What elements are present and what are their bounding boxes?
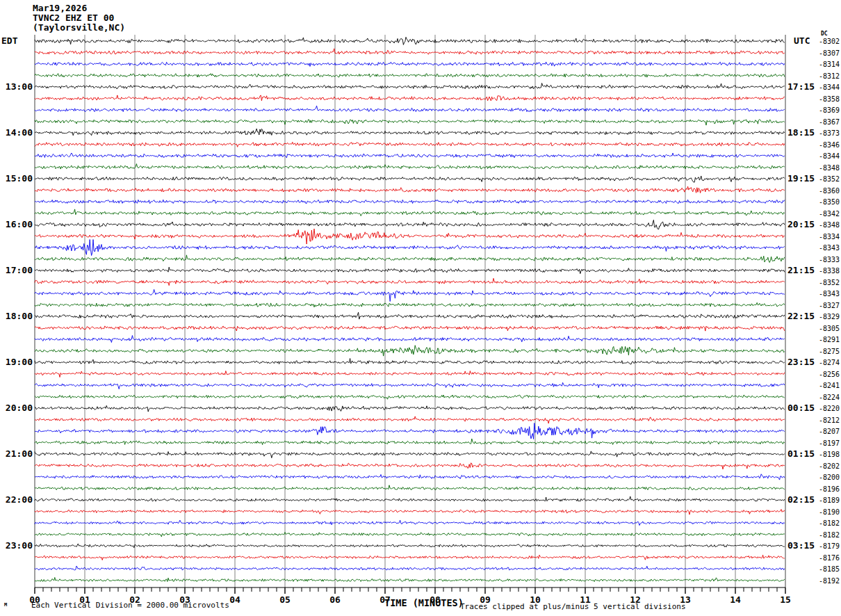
trace-row-30 bbox=[35, 371, 785, 378]
dc-value-row-28: -8275 bbox=[817, 348, 840, 355]
dc-value-row-13: -8352 bbox=[817, 175, 840, 183]
trace-row-17 bbox=[35, 220, 785, 229]
dc-value-row-33: -8220 bbox=[817, 405, 840, 412]
trace-row-22 bbox=[35, 278, 785, 285]
trace-row-40 bbox=[35, 485, 785, 490]
trace-row-19 bbox=[35, 240, 785, 256]
dc-value-row-22: -8352 bbox=[817, 279, 840, 286]
dc-value-row-45: -8179 bbox=[817, 542, 840, 550]
edt-label-15:00: 15:00 bbox=[0, 174, 33, 183]
dc-value-row-21: -8338 bbox=[817, 267, 840, 275]
trace-row-9 bbox=[35, 129, 785, 136]
dc-value-row-17: -8348 bbox=[817, 221, 840, 229]
dc-value-row-26: -8305 bbox=[817, 325, 840, 332]
dc-value-row-18: -8334 bbox=[817, 233, 840, 241]
dc-value-row-37: -8198 bbox=[817, 451, 840, 458]
edt-label-22:00: 22:00 bbox=[0, 495, 33, 504]
trace-rows bbox=[35, 37, 785, 581]
dc-value-row-47: -8185 bbox=[817, 565, 840, 573]
trace-row-37 bbox=[35, 451, 785, 458]
trace-row-18 bbox=[35, 229, 785, 244]
utc-label-02:15: 02:15 bbox=[787, 495, 815, 504]
trace-row-16 bbox=[35, 209, 785, 216]
trace-row-33 bbox=[35, 405, 785, 412]
dc-value-row-7: -8369 bbox=[817, 106, 840, 114]
dc-value-row-25: -8329 bbox=[817, 313, 840, 321]
trace-row-25 bbox=[35, 312, 785, 319]
utc-label-17:15: 17:15 bbox=[787, 82, 815, 91]
dc-value-row-1: -8302 bbox=[817, 38, 840, 45]
utc-label-18:15: 18:15 bbox=[787, 128, 815, 137]
dc-value-row-8: -8367 bbox=[817, 118, 840, 126]
trace-row-38 bbox=[35, 463, 785, 469]
trace-row-14 bbox=[35, 186, 785, 193]
trace-row-21 bbox=[35, 267, 785, 273]
dc-value-row-48: -8192 bbox=[817, 577, 840, 585]
minute-tick-label-14: 14 bbox=[726, 595, 745, 604]
minute-tick-label-05: 05 bbox=[275, 595, 295, 604]
dc-value-row-31: -8241 bbox=[817, 382, 840, 389]
minute-tick-label-15: 15 bbox=[776, 595, 795, 604]
trace-row-42 bbox=[35, 510, 785, 515]
scale-note: Each Vertical Division = 2000.00 microvo… bbox=[31, 601, 229, 610]
dc-value-row-10: -8346 bbox=[817, 141, 840, 149]
dc-value-row-36: -8197 bbox=[817, 439, 840, 447]
trace-row-1 bbox=[35, 37, 785, 44]
trace-row-48 bbox=[35, 578, 785, 582]
trace-row-15 bbox=[35, 200, 785, 203]
dc-value-row-15: -8350 bbox=[817, 198, 840, 206]
trace-row-26 bbox=[35, 326, 785, 331]
dc-value-row-11: -8344 bbox=[817, 152, 840, 160]
dc-value-row-6: -8358 bbox=[817, 95, 840, 103]
plot-borders bbox=[35, 35, 785, 587]
utc-label-23:15: 23:15 bbox=[787, 357, 815, 366]
trace-row-35 bbox=[35, 423, 785, 439]
trace-row-46 bbox=[35, 555, 785, 560]
edt-label-16:00: 16:00 bbox=[0, 220, 33, 229]
dc-value-row-38: -8202 bbox=[817, 462, 840, 470]
helicorder-plot bbox=[0, 0, 841, 616]
trace-row-7 bbox=[35, 106, 785, 111]
dc-value-row-2: -8307 bbox=[817, 49, 840, 57]
webicorder-page: { "header": { "date": "Mar19,2026", "sta… bbox=[0, 0, 841, 616]
trace-row-23 bbox=[35, 289, 785, 301]
edt-label-18:00: 18:00 bbox=[0, 311, 33, 321]
trace-row-8 bbox=[35, 120, 785, 125]
dc-value-row-24: -8327 bbox=[817, 302, 840, 309]
dc-value-row-4: -8312 bbox=[817, 72, 840, 80]
minute-tick-label-06: 06 bbox=[325, 595, 345, 604]
utc-label-03:15: 03:15 bbox=[787, 541, 815, 550]
minute-gridlines bbox=[85, 35, 735, 587]
trace-row-11 bbox=[35, 153, 785, 158]
edt-label-20:00: 20:00 bbox=[0, 403, 33, 412]
dc-value-row-30: -8256 bbox=[817, 371, 840, 378]
x-axis-title: TIME (MINUTES) bbox=[384, 597, 464, 608]
trace-row-5 bbox=[35, 83, 785, 89]
time-axis bbox=[35, 587, 785, 594]
trace-row-36 bbox=[35, 439, 785, 445]
edt-label-14:00: 14:00 bbox=[0, 128, 33, 137]
trace-row-12 bbox=[35, 164, 785, 170]
dc-value-row-39: -8200 bbox=[817, 473, 840, 481]
dc-value-row-40: -8196 bbox=[817, 485, 840, 493]
dc-value-row-44: -8182 bbox=[817, 531, 840, 539]
edt-label-13:00: 13:00 bbox=[0, 82, 33, 91]
dc-value-row-5: -8344 bbox=[817, 83, 840, 91]
trace-row-3 bbox=[35, 62, 785, 67]
dc-value-row-42: -8190 bbox=[817, 508, 840, 516]
trace-row-6 bbox=[35, 95, 785, 101]
utc-label-21:15: 21:15 bbox=[787, 266, 815, 275]
utc-label-22:15: 22:15 bbox=[787, 311, 815, 321]
dc-value-row-32: -8224 bbox=[817, 394, 840, 401]
edt-label-21:00: 21:00 bbox=[0, 449, 33, 458]
trace-row-4 bbox=[35, 74, 785, 77]
dc-value-row-27: -8291 bbox=[817, 336, 840, 343]
dc-value-row-16: -8342 bbox=[817, 210, 840, 218]
trace-row-47 bbox=[35, 566, 785, 570]
trace-row-20 bbox=[35, 255, 785, 263]
trace-row-27 bbox=[35, 336, 785, 343]
utc-label-01:15: 01:15 bbox=[787, 449, 815, 458]
edt-label-19:00: 19:00 bbox=[0, 357, 33, 366]
dc-value-row-29: -8274 bbox=[817, 359, 840, 366]
trace-row-41 bbox=[35, 496, 785, 501]
